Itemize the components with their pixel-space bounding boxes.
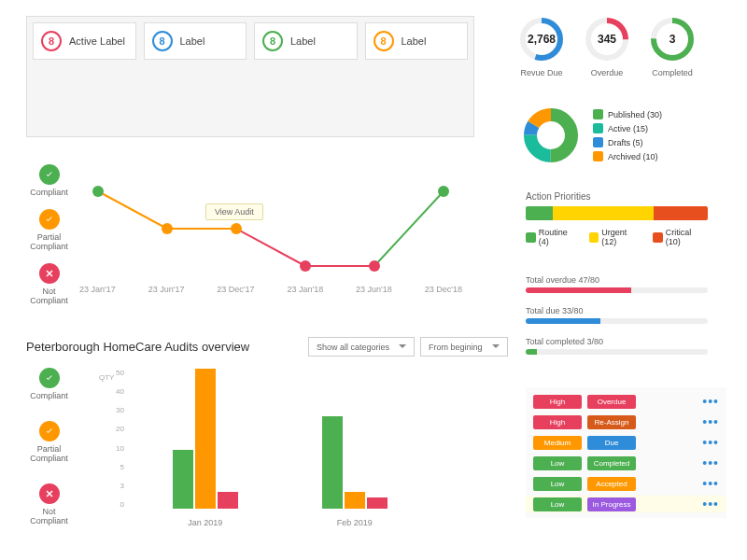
donut-legend-item: Active (15) (593, 123, 662, 133)
bar (367, 497, 388, 509)
more-icon[interactable]: ••• (702, 476, 719, 491)
priority-pill: Low (533, 456, 582, 470)
donut-legend-item: Drafts (5) (593, 137, 662, 147)
category-select[interactable]: Show all categories (308, 337, 415, 357)
bar (173, 450, 193, 509)
donut-legend-item: Archived (10) (593, 151, 662, 161)
bar (322, 416, 343, 509)
task-list: HighOverdue•••HighRe-Assign•••MediumDue•… (526, 387, 726, 518)
task-row[interactable]: LowIn Progress••• (526, 496, 726, 512)
tab-1[interactable]: 8Label (144, 22, 247, 60)
stat-ring: 345Overdue (584, 16, 630, 77)
bar-legend: CompliantPartial CompliantNot Compliant (23, 368, 75, 525)
priority-pill: Low (533, 477, 582, 491)
overview-bar-chart: 5040302010530 Jan 2019Feb 2019 (107, 369, 430, 532)
status-pill: Re-Assign (587, 415, 636, 429)
svg-line-0 (98, 191, 167, 229)
donut-section: Published (30)Active (15)Drafts (5)Archi… (523, 107, 662, 163)
action-priorities: Action Priorities Routine (4)Urgent (12)… (526, 191, 708, 246)
svg-point-5 (92, 186, 104, 197)
bar (345, 492, 365, 509)
legend-icon (39, 209, 60, 230)
prio-legend-item: Urgent (12) (589, 228, 644, 246)
task-row[interactable]: HighOverdue••• (526, 393, 726, 410)
priorities-title: Action Priorities (526, 191, 708, 202)
bar (195, 369, 216, 509)
legend-icon (39, 368, 60, 388)
bar (218, 492, 238, 509)
priority-pill: Low (533, 497, 582, 511)
stat-ring: 3Completed (649, 16, 696, 77)
compliance-line-chart (79, 173, 462, 294)
task-row[interactable]: MediumDue••• (526, 434, 726, 451)
task-row[interactable]: HighRe-Assign••• (526, 413, 726, 430)
daterange-select[interactable]: From begining (420, 337, 508, 357)
more-icon[interactable]: ••• (702, 455, 719, 470)
status-pill: Completed (587, 456, 636, 470)
tabs-panel: 8Active Label8Label8Label8Label (26, 16, 474, 137)
svg-point-7 (231, 223, 242, 234)
legend-icon (39, 263, 60, 284)
legend-item: Partial Compliant (23, 421, 75, 463)
line-tooltip[interactable]: View Audit (205, 203, 263, 220)
status-pill: Due (587, 436, 636, 450)
task-row[interactable]: LowAccepted••• (526, 475, 726, 492)
priority-pill: High (533, 415, 582, 429)
status-pill: Overdue (587, 395, 636, 409)
tab-0[interactable]: 8Active Label (33, 22, 136, 60)
legend-item: Compliant (23, 164, 75, 197)
more-icon[interactable]: ••• (702, 394, 719, 409)
legend-icon (39, 483, 60, 504)
priority-pill: Medium (533, 436, 582, 450)
svg-line-2 (236, 229, 305, 266)
svg-line-4 (374, 191, 444, 266)
task-row[interactable]: LowCompleted••• (526, 455, 726, 471)
tab-3[interactable]: 8Label (365, 22, 469, 60)
tab-2[interactable]: 8Label (254, 22, 358, 60)
prio-legend-item: Critical (10) (653, 228, 708, 246)
svg-point-9 (369, 260, 380, 272)
circular-stats: 2,768Revue Due345Overdue3Completed (518, 16, 696, 77)
more-icon[interactable]: ••• (702, 414, 719, 429)
prio-legend-item: Routine (4) (526, 228, 580, 246)
donut-legend-item: Published (30) (593, 109, 662, 119)
legend-item: Compliant (23, 368, 75, 400)
legend-icon (39, 164, 60, 185)
svg-point-8 (300, 260, 311, 272)
legend-item: Not Compliant (23, 483, 75, 525)
progress-item: Total overdue 47/80 (526, 275, 708, 293)
status-pill: Accepted (587, 477, 636, 491)
more-icon[interactable]: ••• (702, 497, 719, 511)
status-pill: In Progress (587, 497, 636, 511)
priority-pill: High (533, 395, 582, 409)
stat-ring: 2,768Revue Due (518, 16, 565, 77)
svg-point-6 (162, 223, 173, 234)
svg-point-10 (438, 186, 449, 197)
legend-item: Partial Compliant (23, 209, 75, 251)
progress-item: Total due 33/80 (526, 306, 708, 324)
more-icon[interactable]: ••• (702, 435, 719, 450)
progress-section: Total overdue 47/80Total due 33/80Total … (526, 275, 708, 355)
line-legend: CompliantPartial CompliantNot Compliant (23, 164, 75, 305)
legend-item: Not Compliant (23, 263, 75, 305)
legend-icon (39, 421, 60, 441)
overview-title: Peterborough HomeCare Audits overview (26, 340, 249, 354)
progress-item: Total completed 3/80 (526, 337, 708, 355)
